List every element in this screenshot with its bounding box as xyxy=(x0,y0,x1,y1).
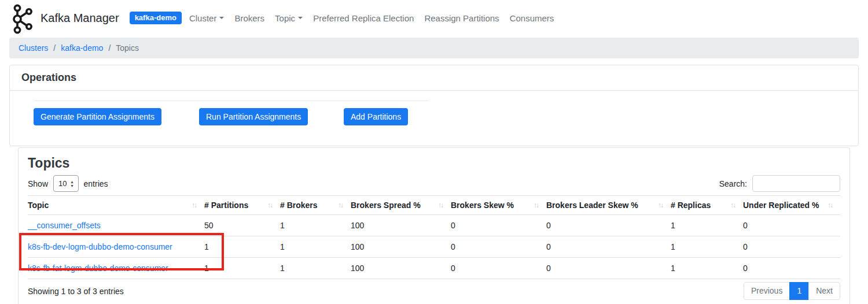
page-size-select[interactable]: 10 ▴▾ xyxy=(53,175,78,192)
nav-item-brokers[interactable]: Brokers xyxy=(229,10,270,27)
cell-brokers-leader-skew: 0 xyxy=(546,236,671,258)
breadcrumb: Clusters / kafka-demo / Topics xyxy=(9,38,859,58)
col-header-brokers-spread[interactable]: Brokers Spread %↑↓ xyxy=(351,196,451,215)
page-size-value: 10 xyxy=(58,179,67,188)
cell-brokers-leader-skew: 0 xyxy=(546,215,671,236)
breadcrumb-current: Topics xyxy=(116,43,139,53)
cell-under-replicated: 0 xyxy=(743,258,840,279)
operations-button-strip: Generate Partition Assignments Run Parti… xyxy=(34,101,429,125)
table-row: k8s-fb-fat-logm-dubbo-demo-consumer 1 1 … xyxy=(28,258,840,279)
col-header-brokers-leader-skew[interactable]: Brokers Leader Skew %↑↓ xyxy=(546,196,671,215)
cell-replicas: 1 xyxy=(671,215,743,236)
cell-under-replicated: 0 xyxy=(743,236,840,258)
nav-item-brokers-label: Brokers xyxy=(234,13,264,23)
nav-item-reassign-partitions-label: Reassign Partitions xyxy=(424,13,499,23)
sort-icon: ↑↓ xyxy=(438,201,443,209)
generate-partition-assignments-button[interactable]: Generate Partition Assignments xyxy=(34,108,161,125)
sort-icon: ↑↓ xyxy=(192,201,196,209)
cell-brokers-spread: 100 xyxy=(351,215,451,236)
page-length-control: Show 10 ▴▾ entries xyxy=(28,175,108,192)
cell-brokers-skew: 0 xyxy=(451,258,546,279)
cell-brokers-skew: 0 xyxy=(451,236,546,258)
search-input[interactable] xyxy=(752,175,840,192)
nav-item-consumers[interactable]: Consumers xyxy=(505,10,560,27)
entries-summary: Showing 1 to 3 of 3 entries xyxy=(28,287,124,296)
select-arrows-icon: ▴▾ xyxy=(71,180,73,188)
topic-link[interactable]: __consumer_offsets xyxy=(28,221,101,230)
search-label: Search: xyxy=(719,179,747,188)
sort-icon: ↑↓ xyxy=(338,201,343,209)
col-header-brokers-skew[interactable]: Brokers Skew %↑↓ xyxy=(451,196,546,215)
main-nav: Cluster Brokers Topic Preferred Replica … xyxy=(184,10,559,27)
cell-replicas: 1 xyxy=(671,236,743,258)
nav-item-cluster-label: Cluster xyxy=(189,13,217,23)
sort-icon: ↑↓ xyxy=(827,201,832,209)
cell-partitions: 1 xyxy=(204,258,280,279)
table-row: k8s-fb-dev-logm-dubbo-demo-consumer 1 1 … xyxy=(28,236,840,258)
col-header-topic[interactable]: Topic↑↓ xyxy=(28,196,204,215)
app-title[interactable]: Kafka Manager xyxy=(41,12,119,25)
caret-down-icon xyxy=(219,17,224,19)
nav-item-preferred-replica-election-label: Preferred Replica Election xyxy=(313,13,414,23)
pagination: Previous 1 Next xyxy=(744,282,840,300)
cell-under-replicated: 0 xyxy=(743,215,840,236)
nav-item-topic-label: Topic xyxy=(275,13,295,23)
sort-icon: ↑↓ xyxy=(730,201,735,209)
cell-brokers: 1 xyxy=(280,258,351,279)
col-header-replicas[interactable]: # Replicas↑↓ xyxy=(671,196,743,215)
cell-partitions: 1 xyxy=(204,236,280,258)
operations-card: Operations Generate Partition Assignment… xyxy=(9,65,859,146)
nav-item-consumers-label: Consumers xyxy=(510,13,554,23)
search-control: Search: xyxy=(719,175,840,192)
show-label: Show xyxy=(28,179,48,188)
col-header-under-replicated[interactable]: Under Replicated %↑↓ xyxy=(743,196,840,215)
pagination-previous-button[interactable]: Previous xyxy=(744,282,790,300)
table-footer: Showing 1 to 3 of 3 entries Previous 1 N… xyxy=(28,282,840,304)
cell-brokers-leader-skew: 0 xyxy=(546,258,671,279)
topic-link[interactable]: k8s-fb-dev-logm-dubbo-demo-consumer xyxy=(28,242,172,251)
operations-card-body: Generate Partition Assignments Run Parti… xyxy=(10,91,858,146)
kafka-logo-icon xyxy=(9,4,35,34)
add-partitions-button[interactable]: Add Partitions xyxy=(344,108,408,125)
nav-item-cluster[interactable]: Cluster xyxy=(184,10,230,27)
entries-label: entries xyxy=(84,179,108,188)
breadcrumb-clusters-link[interactable]: Clusters xyxy=(19,43,48,53)
sort-icon: ↑↓ xyxy=(658,201,663,209)
table-row: __consumer_offsets 50 1 100 0 0 1 0 xyxy=(28,215,840,236)
cluster-badge: kafka-demo xyxy=(130,12,182,24)
col-header-partitions[interactable]: # Partitions↑↓ xyxy=(204,196,280,215)
sort-icon: ↑↓ xyxy=(534,201,538,209)
cell-brokers: 1 xyxy=(280,236,351,258)
breadcrumb-cluster-link[interactable]: kafka-demo xyxy=(61,43,103,53)
topics-panel: Topics Show 10 ▴▾ entries Search: Topic↑… xyxy=(18,147,850,304)
sort-icon: ↑↓ xyxy=(267,201,272,209)
table-controls: Show 10 ▴▾ entries Search: xyxy=(28,175,840,192)
cell-brokers-skew: 0 xyxy=(451,215,546,236)
top-navbar: Kafka Manager kafka-demo Cluster Brokers… xyxy=(0,0,868,36)
table-header-row: Topic↑↓ # Partitions↑↓ # Brokers↑↓ Broke… xyxy=(28,196,840,215)
operations-card-title: Operations xyxy=(10,65,858,91)
col-header-brokers[interactable]: # Brokers↑↓ xyxy=(280,196,351,215)
run-partition-assignments-button[interactable]: Run Partition Assignments xyxy=(199,108,308,125)
cell-brokers-spread: 100 xyxy=(351,236,451,258)
cell-partitions: 50 xyxy=(204,215,280,236)
topics-title: Topics xyxy=(28,155,840,172)
pagination-next-button[interactable]: Next xyxy=(808,282,840,300)
topic-link[interactable]: k8s-fb-fat-logm-dubbo-demo-consumer xyxy=(28,264,168,273)
pagination-page-1-button[interactable]: 1 xyxy=(789,282,809,300)
breadcrumb-separator: / xyxy=(108,43,111,53)
topics-table: Topic↑↓ # Partitions↑↓ # Brokers↑↓ Broke… xyxy=(28,195,840,279)
breadcrumb-separator: / xyxy=(53,43,56,53)
caret-down-icon xyxy=(298,17,303,19)
cell-brokers-spread: 100 xyxy=(351,258,451,279)
cell-replicas: 1 xyxy=(671,258,743,279)
nav-item-reassign-partitions[interactable]: Reassign Partitions xyxy=(419,10,504,27)
cell-brokers: 1 xyxy=(280,215,351,236)
nav-item-topic[interactable]: Topic xyxy=(270,10,308,27)
nav-item-preferred-replica-election[interactable]: Preferred Replica Election xyxy=(308,10,419,27)
